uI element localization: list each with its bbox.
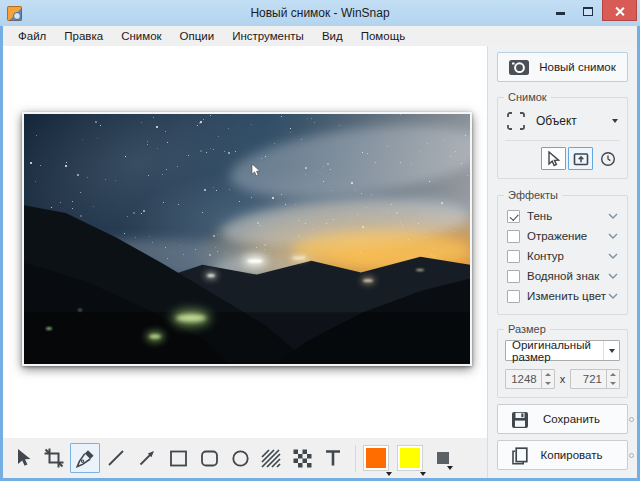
- height-value: 721: [571, 370, 606, 388]
- new-snapshot-label: Новый снимок: [539, 61, 616, 73]
- width-up-button[interactable]: [542, 370, 554, 379]
- size-preset-combobox[interactable]: Оригинальный размер: [505, 340, 620, 361]
- rounded-rectangle-icon: [200, 449, 219, 468]
- effect-colorize-row: Изменить цвет: [505, 286, 620, 306]
- tool-ellipse-button[interactable]: [225, 443, 255, 473]
- shadow-checkbox[interactable]: [507, 210, 520, 223]
- tool-pixelate-button[interactable]: [287, 443, 317, 473]
- tool-text-button[interactable]: [318, 443, 348, 473]
- maximize-icon: [583, 7, 593, 16]
- menu-item-help[interactable]: Помощь: [352, 28, 414, 44]
- copy-icon: [511, 447, 529, 465]
- effect-shadow-row: Тень: [505, 206, 620, 226]
- copy-label: Копировать: [541, 449, 603, 461]
- capture-window-toggle[interactable]: [568, 147, 593, 170]
- capture-mode-dropdown[interactable]: Объект: [505, 108, 620, 134]
- watermark-checkbox[interactable]: [507, 270, 520, 283]
- combo-arrow: [603, 341, 619, 360]
- pixelate-icon: [293, 449, 312, 468]
- tool-arrow-button[interactable]: [132, 443, 162, 473]
- colorize-checkbox[interactable]: [507, 290, 520, 303]
- effect-outline-row: Контур: [505, 246, 620, 266]
- clock-icon: [600, 151, 616, 167]
- chevron-down-icon: [612, 119, 618, 123]
- height-down-button[interactable]: [607, 379, 619, 388]
- winsnap-window: Новый снимок - WinSnap Файл Правка Снимо…: [0, 0, 640, 481]
- menu-item-capture[interactable]: Снимок: [112, 28, 170, 44]
- close-button[interactable]: [602, 0, 637, 21]
- toolbar-separator: [355, 445, 356, 472]
- size-preset-value: Оригинальный размер: [512, 339, 603, 363]
- minimize-button[interactable]: [546, 0, 574, 20]
- width-value: 1248: [506, 370, 541, 388]
- chevron-down-icon[interactable]: [608, 213, 618, 219]
- edit-canvas[interactable]: [3, 46, 487, 438]
- chevron-down-icon[interactable]: [608, 233, 618, 239]
- window-title: Новый снимок - WinSnap: [0, 6, 640, 20]
- capture-timer-button[interactable]: [595, 147, 620, 170]
- menu-item-edit[interactable]: Правка: [55, 28, 112, 44]
- titlebar[interactable]: Новый снимок - WinSnap: [0, 0, 640, 26]
- menu-item-file[interactable]: Файл: [9, 28, 55, 44]
- color-swatch-secondary[interactable]: [397, 445, 423, 471]
- reflection-checkbox[interactable]: [507, 230, 520, 243]
- menu-item-options[interactable]: Опции: [171, 28, 224, 44]
- effects-group: Эффекты Тень Отражение Контур Водяной зн…: [497, 195, 628, 315]
- pen-icon: [76, 449, 95, 468]
- effects-group-label: Эффекты: [504, 189, 562, 201]
- tool-select-button[interactable]: [8, 443, 38, 473]
- menu-item-tools[interactable]: Инструменты: [223, 28, 313, 44]
- size-group-label: Размер: [504, 323, 550, 335]
- copy-button[interactable]: Копировать: [497, 440, 628, 470]
- effect-reflection-row: Отражение: [505, 226, 620, 246]
- tool-highlight-button[interactable]: [256, 443, 286, 473]
- text-icon: [324, 449, 342, 467]
- hatch-highlight-icon: [261, 449, 281, 468]
- width-down-button[interactable]: [542, 379, 554, 388]
- maximize-button[interactable]: [574, 0, 602, 20]
- sidepanel: Новый снимок Снимок Объект: [487, 46, 637, 478]
- minimize-icon: [556, 12, 565, 15]
- menubar: Файл Правка Снимок Опции Инструменты Вид…: [3, 26, 637, 46]
- capture-cursor-toggle[interactable]: [541, 147, 566, 170]
- height-up-button[interactable]: [607, 370, 619, 379]
- size-separator: x: [560, 373, 566, 385]
- tool-rounded-rectangle-button[interactable]: [194, 443, 224, 473]
- window-capture-icon: [573, 151, 589, 167]
- save-button[interactable]: Сохранить: [497, 404, 628, 434]
- arrow-icon: [138, 449, 156, 467]
- new-snapshot-button[interactable]: Новый снимок: [497, 52, 628, 82]
- captured-screenshot-image: [22, 112, 472, 366]
- width-spinner[interactable]: 1248: [505, 369, 555, 389]
- save-icon: [511, 411, 529, 429]
- panel-edge-dot: [629, 417, 634, 422]
- size-group: Размер Оригинальный размер 1248 x 721: [497, 329, 628, 398]
- window-border-left: [0, 26, 3, 481]
- divider: [505, 140, 620, 141]
- chevron-down-icon[interactable]: [608, 273, 618, 279]
- height-spinner[interactable]: 721: [570, 369, 620, 389]
- camera-icon: [509, 59, 529, 76]
- menu-item-view[interactable]: Вид: [313, 28, 352, 44]
- color-swatch-primary[interactable]: [363, 445, 389, 471]
- snapshot-group-label: Снимок: [504, 91, 551, 103]
- rectangle-icon: [169, 449, 188, 468]
- cursor-arrow-in-image: [251, 164, 262, 178]
- select-arrow-icon: [14, 448, 33, 468]
- chevron-down-icon[interactable]: [608, 253, 618, 259]
- line-width-button[interactable]: [437, 452, 449, 464]
- tool-rectangle-button[interactable]: [163, 443, 193, 473]
- ellipse-icon: [231, 449, 250, 468]
- close-icon: [615, 6, 624, 15]
- crop-icon: [44, 448, 64, 468]
- tool-line-button[interactable]: [101, 443, 131, 473]
- mountain-silhouettes: [24, 114, 470, 366]
- outline-checkbox[interactable]: [507, 250, 520, 263]
- tool-pen-button[interactable]: [70, 443, 100, 473]
- chevron-down-icon[interactable]: [608, 293, 618, 299]
- village-lights: [176, 314, 206, 322]
- capture-mode-value: Объект: [536, 114, 612, 128]
- drawing-toolbar: [3, 438, 487, 478]
- tool-crop-button[interactable]: [39, 443, 69, 473]
- cursor-icon: [546, 151, 561, 167]
